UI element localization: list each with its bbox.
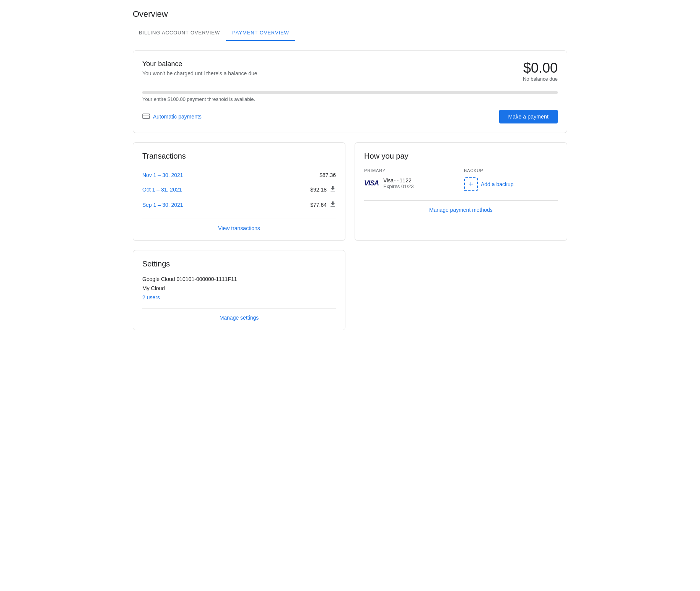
transaction-period-1[interactable]: Nov 1 – 30, 2021 (142, 172, 183, 178)
how-you-pay-title: How you pay (364, 152, 558, 161)
backup-label: BACKUP (464, 168, 558, 173)
how-you-pay-card: How you pay PRIMARY VISA Visa····1122 Ex… (355, 142, 567, 241)
download-icon-2[interactable] (330, 201, 336, 209)
transaction-amount-2: $92.18 (310, 187, 327, 193)
account-name: My Cloud (142, 285, 336, 291)
card-details: Visa····1122 Expires 01/23 (383, 177, 414, 189)
svg-rect-1 (143, 115, 150, 116)
tab-billing-overview[interactable]: BILLING ACCOUNT OVERVIEW (133, 25, 226, 41)
transaction-amount-1: $87.36 (319, 172, 336, 178)
card-expires: Expires 01/23 (383, 183, 414, 189)
settings-card: Settings Google Cloud 010101-000000-1111… (133, 250, 345, 330)
svg-rect-3 (330, 206, 335, 207)
transaction-period-2[interactable]: Oct 1 – 31, 2021 (142, 187, 182, 193)
balance-title: Your balance (142, 60, 259, 68)
progress-text: Your entire $100.00 payment threshold is… (142, 96, 558, 102)
table-row: Nov 1 – 30, 2021 $87.36 (142, 168, 336, 182)
transactions-card: Transactions Nov 1 – 30, 2021 $87.36 Oct… (133, 142, 345, 241)
table-row: Oct 1 – 31, 2021 $92.18 (142, 182, 336, 197)
transactions-title: Transactions (142, 152, 336, 161)
transaction-amount-3: $77.64 (310, 202, 327, 208)
manage-settings-link[interactable]: Manage settings (142, 308, 336, 321)
balance-status: No balance due (523, 76, 558, 82)
transaction-period-3[interactable]: Sep 1 – 30, 2021 (142, 202, 183, 208)
backup-payment-col: BACKUP + Add a backup (464, 168, 558, 191)
auto-payments-label: Automatic payments (153, 114, 202, 120)
add-backup-button[interactable]: + (464, 177, 478, 191)
visa-logo: VISA (364, 179, 379, 187)
payment-methods-cols: PRIMARY VISA Visa····1122 Expires 01/23 … (364, 168, 558, 191)
settings-title: Settings (142, 260, 336, 268)
balance-subtitle: You won't be charged until there's a bal… (142, 70, 259, 76)
manage-payment-methods-link[interactable]: Manage payment methods (364, 200, 558, 213)
add-backup-link[interactable]: Add a backup (481, 181, 514, 187)
make-payment-button[interactable]: Make a payment (499, 110, 558, 123)
card-number: Visa····1122 (383, 177, 414, 183)
two-col-section: Transactions Nov 1 – 30, 2021 $87.36 Oct… (133, 142, 567, 241)
add-backup-section: + Add a backup (464, 177, 558, 191)
credit-card-icon (142, 114, 150, 120)
primary-label: PRIMARY (364, 168, 458, 173)
users-link[interactable]: 2 users (142, 294, 160, 300)
view-transactions-link[interactable]: View transactions (142, 219, 336, 231)
svg-rect-0 (143, 114, 150, 119)
balance-card: Your balance You won't be charged until … (133, 50, 567, 133)
download-icon-1[interactable] (330, 186, 336, 193)
progress-bar-background (142, 91, 558, 94)
account-id: Google Cloud 010101-000000-1111F11 (142, 276, 336, 282)
tabs-bar: BILLING ACCOUNT OVERVIEW PAYMENT OVERVIE… (133, 25, 567, 41)
automatic-payments-link[interactable]: Automatic payments (142, 114, 202, 120)
svg-rect-2 (330, 191, 335, 192)
tab-payment-overview[interactable]: PAYMENT OVERVIEW (226, 25, 295, 41)
page-title: Overview (133, 9, 567, 19)
balance-amount: $0.00 (523, 60, 558, 76)
visa-card: VISA Visa····1122 Expires 01/23 (364, 177, 458, 189)
primary-payment-col: PRIMARY VISA Visa····1122 Expires 01/23 (364, 168, 458, 191)
table-row: Sep 1 – 30, 2021 $77.64 (142, 197, 336, 213)
